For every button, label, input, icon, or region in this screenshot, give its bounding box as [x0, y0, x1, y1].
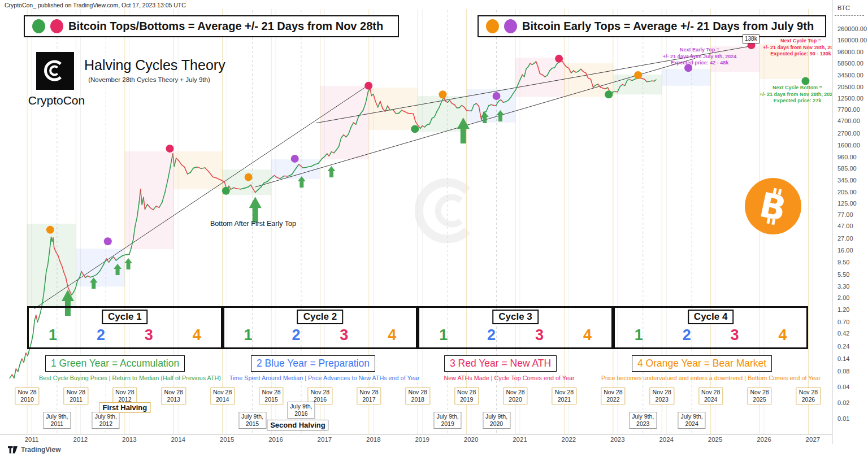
date-label-nov28-2023: Nov 28 2023	[650, 388, 674, 404]
year-legend-red: 3 Red Year = New ATH	[444, 355, 557, 372]
cycle-box-1: Cycle 11234	[27, 306, 223, 349]
price-axis-label-5.50: 5.50	[837, 271, 849, 278]
page-title: Halving Cycles Theory	[84, 57, 225, 73]
date-label-july9-2011: July 9th, 2011	[43, 412, 71, 429]
price-axis-label-4700.00: 4700.00	[837, 117, 860, 124]
date-label-nov28-2026: Nov 28 2026	[796, 388, 821, 404]
x-axis-year-2024[interactable]: 2024	[659, 436, 674, 443]
marker-dot-red	[166, 145, 174, 153]
price-axis-label-0.24: 0.24	[837, 343, 849, 350]
bitcoin-logo-icon: B	[744, 177, 802, 236]
date-label-july9-2019: July 9th, 2019	[434, 412, 462, 429]
x-axis-year-2025[interactable]: 2025	[708, 436, 723, 443]
tradingview-footer[interactable]: TradingView	[8, 446, 60, 454]
price-axis-label-260000.00: 260000.00	[837, 25, 867, 32]
x-axis-year-2026[interactable]: 2026	[757, 436, 771, 443]
price-axis-label-20500.00: 20500.00	[837, 84, 863, 90]
cycle-1-year-3: 3	[145, 327, 153, 344]
price-axis-label-0.01: 0.01	[837, 415, 849, 422]
date-label-nov28-2018: Nov 28 2018	[406, 388, 430, 404]
cycle-box-4: Cycle 41234	[613, 306, 809, 349]
x-axis-year-2019[interactable]: 2019	[415, 436, 429, 443]
marker-dot-orange	[245, 173, 253, 181]
price-axis-label-34500.00: 34500.00	[837, 72, 863, 79]
x-axis-line[interactable]	[0, 434, 832, 434]
marker-dot-green	[411, 125, 419, 133]
date-label-july9-2015: July 9th, 2015	[238, 412, 266, 429]
price-axis-label-2700.00: 2700.00	[837, 130, 860, 137]
x-axis-year-2014[interactable]: 2014	[171, 436, 185, 443]
date-label-july9-2012: July 9th, 2012	[92, 412, 120, 429]
marker-dot-green	[222, 187, 230, 195]
price-axis-label-345.00: 345.00	[837, 177, 857, 184]
x-axis-year-2021[interactable]: 2021	[513, 436, 527, 443]
price-axis-label-205.00: 205.00	[837, 189, 857, 195]
date-label-nov28-2017: Nov 28 2017	[357, 388, 381, 404]
cycle-3-year-3: 3	[535, 327, 544, 344]
cycle-1-year-1: 1	[49, 327, 57, 344]
x-axis-year-2022[interactable]: 2022	[562, 436, 576, 443]
date-label-nov28-2024: Nov 28 2024	[698, 388, 723, 404]
x-axis-year-2023[interactable]: 2023	[610, 436, 625, 443]
marker-dot-red	[364, 82, 372, 90]
year-legend-blue-sub: Time Spent Around Median | Price Advance…	[228, 375, 420, 381]
cycle-4-year-3: 3	[731, 327, 739, 344]
date-label-july9-2024: July 9th, 2024	[678, 412, 706, 429]
annotation-next-cycle-top: Next Cycle Top = +/- 21 days from Nov 28…	[759, 38, 843, 58]
cycle-2-year-1: 1	[244, 327, 253, 344]
price-axis-label-160000.00: 160000.00	[837, 37, 867, 43]
orange-dot-icon	[486, 19, 499, 33]
date-label-nov28-2025: Nov 28 2025	[747, 388, 771, 404]
marker-dot-green	[605, 90, 613, 98]
date-label-july9-2020: July 9th, 2020	[483, 412, 510, 429]
price-axis-label-1600.00: 1600.00	[837, 142, 860, 149]
price-axis-label-1.20: 1.20	[837, 306, 849, 313]
price-axis-label-2.00: 2.00	[837, 294, 849, 301]
x-axis-year-2015[interactable]: 2015	[220, 436, 235, 443]
x-axis-year-2013[interactable]: 2013	[122, 436, 137, 443]
price-axis-dashed-separator	[835, 15, 864, 16]
x-axis-year-2011[interactable]: 2011	[25, 436, 39, 443]
price-axis-label-125.00: 125.00	[837, 200, 857, 207]
x-axis-year-2027[interactable]: 2027	[806, 436, 821, 443]
price-axis-label-96000.00: 96000.00	[837, 49, 863, 55]
date-label-nov28-2010: Nov 28 2010	[15, 388, 39, 404]
date-label-nov28-2021: Nov 28 2021	[552, 388, 576, 404]
cycle-1-year-4: 4	[193, 327, 201, 344]
marker-dot-orange	[439, 90, 446, 98]
cycle-title-3: Cycle 3	[492, 310, 539, 324]
price-axis-title: BTC	[837, 5, 850, 11]
date-label-nov28-2022: Nov 28 2022	[601, 388, 625, 404]
x-axis-year-2018[interactable]: 2018	[366, 436, 381, 443]
x-axis-year-2012[interactable]: 2012	[73, 436, 88, 443]
x-axis-year-2020[interactable]: 2020	[464, 436, 479, 443]
legend-box-nov28: Bitcoin Tops/Bottoms = Average +/- 21 Da…	[24, 15, 399, 37]
cycle-title-2: Cycle 2	[297, 310, 344, 324]
x-axis-year-2016[interactable]: 2016	[268, 436, 283, 443]
date-label-nov28-2011: Nov 28 2011	[64, 388, 88, 404]
price-axis-label-7700.00: 7700.00	[837, 106, 860, 113]
year-legend-orange-sub: Price becomes undervalued and enters a d…	[601, 375, 821, 381]
page-subtitle: (November 28th Cycles Theory + July 9th)	[85, 76, 214, 83]
year-legend-orange: 4 Orange Year = Bear Market	[632, 355, 772, 372]
purple-dot-icon	[504, 19, 517, 33]
cycle-title-4: Cycle 4	[688, 310, 734, 324]
cycle-box-3: Cycle 31234	[418, 306, 613, 349]
price-flag-138k: 138k	[743, 34, 760, 43]
x-axis-year-2017[interactable]: 2017	[318, 436, 332, 443]
second-halving-label: Second Halving	[267, 420, 329, 430]
price-axis-label-58500.00: 58500.00	[837, 60, 863, 67]
red-dot-icon	[50, 19, 63, 33]
date-label-july9-2023: July 9th, 2023	[629, 412, 657, 429]
cycle-3-year-2: 2	[487, 327, 496, 344]
year-legend-blue: 2 Blue Year = Preparation	[251, 355, 375, 372]
cycle-2-year-3: 3	[340, 327, 348, 344]
marker-dot-red	[555, 55, 563, 63]
year-legend-green: 1 Green Year = Accumulation	[45, 355, 185, 372]
legend-box-july9-text: Bitcoin Early Tops = Average +/- 21 Days…	[522, 20, 814, 33]
price-axis-label-585.00: 585.00	[837, 165, 857, 172]
price-axis-label-12500.00: 12500.00	[837, 95, 863, 102]
price-axis-label-77.00: 77.00	[837, 211, 853, 218]
price-axis[interactable]: BTC 260000.00160000.0096000.0058500.0034…	[832, 0, 868, 444]
cycle-title-1: Cycle 1	[102, 310, 148, 324]
